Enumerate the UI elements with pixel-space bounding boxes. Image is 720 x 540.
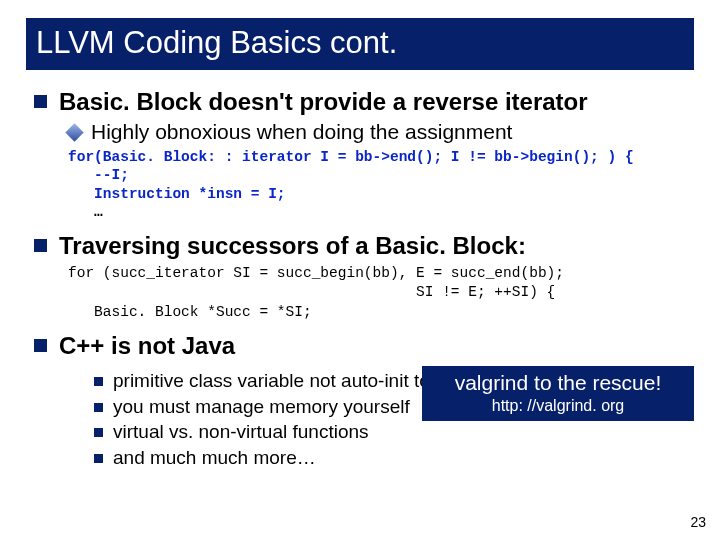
sub-bullet-item: virtual vs. non-virtual functions <box>94 421 694 444</box>
callout-url: http: //valgrind. org <box>428 397 688 415</box>
code-line: Instruction *insn = I; <box>68 186 286 202</box>
page-number: 23 <box>690 514 706 530</box>
bullet-heading: Basic. Block doesn't provide a reverse i… <box>59 88 588 116</box>
sub-bullet-area: valgrind to the rescue! http: //valgrind… <box>94 370 694 470</box>
bullet-item: Basic. Block doesn't provide a reverse i… <box>34 88 694 116</box>
square-bullet-icon <box>94 403 103 412</box>
square-bullet-icon <box>94 428 103 437</box>
code-line: --I; <box>68 167 129 183</box>
callout-title: valgrind to the rescue! <box>428 370 688 395</box>
square-bullet-icon <box>94 454 103 463</box>
bullet-item: C++ is not Java <box>34 332 694 360</box>
bullet-item: Traversing successors of a Basic. Block: <box>34 232 694 260</box>
code-line: for (succ_iterator SI = succ_begin(bb), … <box>68 265 564 281</box>
sub-bullet-text: virtual vs. non-virtual functions <box>113 421 369 444</box>
code-block: for(Basic. Block: : iterator I = bb->end… <box>68 148 694 222</box>
slide-title: LLVM Coding Basics cont. <box>26 18 694 70</box>
sub-bullet-text: Highly obnoxious when doing the assignme… <box>91 120 512 144</box>
code-line: Basic. Block *Succ = *SI; <box>68 304 312 320</box>
code-block: for (succ_iterator SI = succ_begin(bb), … <box>68 264 694 323</box>
sub-bullet-text: you must manage memory yourself <box>113 396 410 419</box>
sub-bullet-item: Highly obnoxious when doing the assignme… <box>68 120 694 144</box>
code-line: … <box>68 204 103 220</box>
bullet-heading: C++ is not Java <box>59 332 235 360</box>
slide: LLVM Coding Basics cont. Basic. Block do… <box>0 0 720 540</box>
bullet-list: Basic. Block doesn't provide a reverse i… <box>26 88 694 470</box>
sub-bullet-text: and much much more… <box>113 447 316 470</box>
square-bullet-icon <box>34 239 47 252</box>
code-line: for(Basic. Block: : iterator I = bb->end… <box>68 149 634 165</box>
sub-bullet-text: primitive class variable not auto-init t… <box>113 370 446 393</box>
bullet-heading: Traversing successors of a Basic. Block: <box>59 232 526 260</box>
sub-bullet-item: and much much more… <box>94 447 694 470</box>
callout-box: valgrind to the rescue! http: //valgrind… <box>422 366 694 421</box>
diamond-bullet-icon <box>65 123 83 141</box>
square-bullet-icon <box>34 339 47 352</box>
square-bullet-icon <box>34 95 47 108</box>
code-line: SI != E; ++SI) { <box>68 284 555 300</box>
square-bullet-icon <box>94 377 103 386</box>
